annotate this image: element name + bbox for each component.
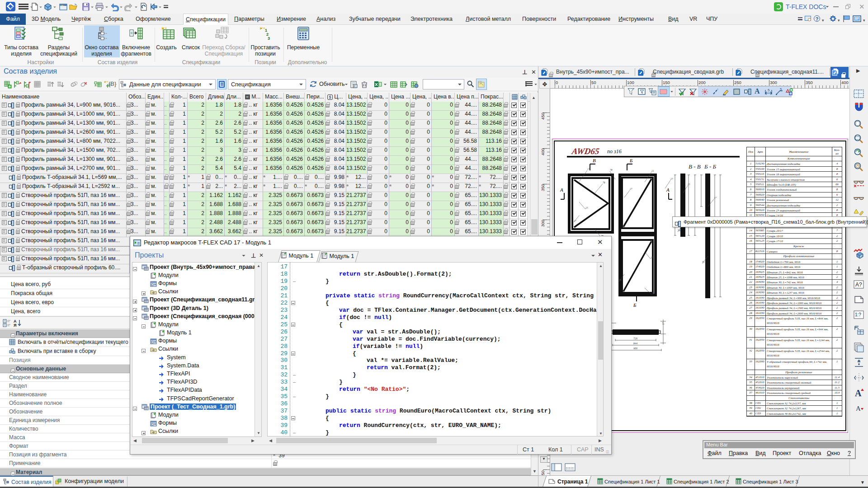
svg-text:A: A xyxy=(856,405,861,412)
svg-text:17: 17 xyxy=(662,322,665,325)
svg-text:AWD65: AWD65 xyxy=(571,146,600,156)
svg-text:Б: Б xyxy=(629,158,633,163)
svg-text:A?: A? xyxy=(855,282,862,288)
svg-text:78: 78 xyxy=(610,169,613,171)
svg-text:78: 78 xyxy=(678,229,680,232)
svg-text:726: 726 xyxy=(633,337,637,340)
svg-text:Я: Я xyxy=(14,323,16,327)
svg-text:900: 900 xyxy=(633,347,637,350)
svg-text:A: A xyxy=(560,187,563,192)
svg-text:844: 844 xyxy=(633,342,637,345)
svg-text:A: A xyxy=(855,388,862,398)
svg-text:25: 25 xyxy=(688,183,690,186)
svg-text:25: 25 xyxy=(585,206,588,209)
svg-text:72: 72 xyxy=(651,292,654,295)
svg-text:27: 27 xyxy=(630,188,632,190)
svg-text:В: В xyxy=(593,158,596,163)
svg-text:78: 78 xyxy=(603,181,605,184)
svg-text:72: 72 xyxy=(702,261,705,263)
svg-text:Б: Б xyxy=(633,302,637,308)
svg-text:5: 5 xyxy=(768,88,770,92)
svg-text:17: 17 xyxy=(651,256,653,259)
svg-text:17: 17 xyxy=(587,168,590,170)
svg-text:17: 17 xyxy=(714,197,717,199)
svg-text:27: 27 xyxy=(670,178,673,180)
svg-text:3: 3 xyxy=(268,36,270,41)
svg-text:В - В: В - В xyxy=(689,163,701,170)
svg-text:78: 78 xyxy=(619,279,622,282)
svg-text:5: 5 xyxy=(780,88,782,91)
svg-text:21: 21 xyxy=(651,169,654,172)
svg-text:A: A xyxy=(666,187,670,192)
svg-text:P: P xyxy=(354,85,355,88)
svg-text:17: 17 xyxy=(574,220,576,222)
svg-text:Б - Б: Б - Б xyxy=(704,163,716,170)
svg-text:1:?: 1:? xyxy=(855,312,861,317)
svg-text:по з16: по з16 xyxy=(607,148,622,155)
